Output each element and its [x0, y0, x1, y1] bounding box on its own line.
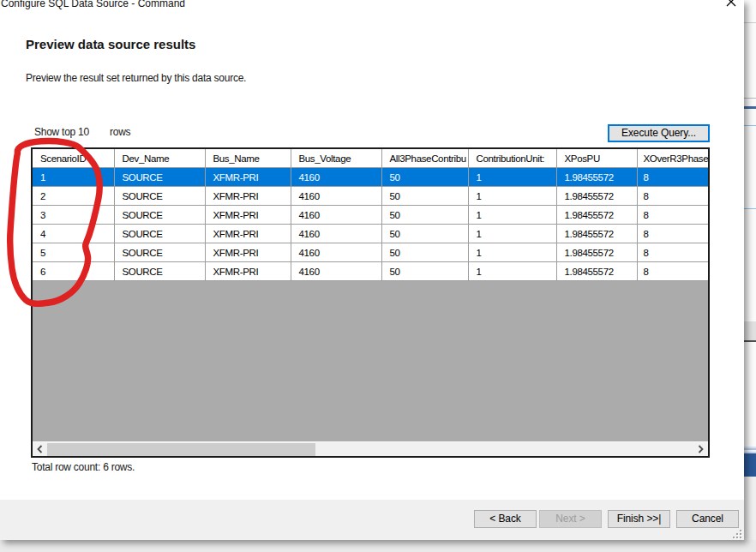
table-cell[interactable]: 4160	[291, 187, 381, 206]
column-header-busvoltage[interactable]: Bus_Voltage	[291, 149, 381, 168]
table-cell[interactable]: 1.98455572	[556, 225, 637, 243]
table-cell[interactable]: 50	[381, 168, 468, 187]
configure-sql-data-source-dialog: Configure SQL Data Source - Command Prev…	[0, 0, 744, 540]
table-cell[interactable]: 1	[468, 225, 556, 243]
table-cell[interactable]: 4160	[291, 243, 381, 262]
scroll-right-arrow-icon[interactable]	[693, 442, 708, 456]
table-cell[interactable]: SOURCE	[114, 168, 205, 187]
table-cell[interactable]: 1.98455572	[556, 243, 637, 262]
scrollbar-thumb[interactable]	[47, 443, 315, 456]
table-cell[interactable]: 50	[381, 206, 468, 225]
table-cell[interactable]: 3	[33, 206, 114, 225]
column-header-devname[interactable]: Dev_Name	[114, 149, 205, 168]
table-header-row: ScenarioIDDev_NameBus_NameBus_VoltageAll…	[33, 149, 708, 168]
table-cell[interactable]: 1.98455572	[556, 206, 637, 225]
table-row[interactable]: 4SOURCEXFMR-PRI41605011.984555728	[33, 225, 708, 243]
table-cell[interactable]: SOURCE	[114, 243, 205, 262]
table-row[interactable]: 5SOURCEXFMR-PRI41605011.984555728	[33, 243, 708, 262]
table-cell[interactable]: 1.98455572	[556, 262, 637, 281]
next-button[interactable]: Next >	[539, 510, 602, 528]
table-cell[interactable]: 1	[468, 243, 556, 262]
table-cell[interactable]: SOURCE	[114, 187, 205, 206]
table-cell[interactable]: 6	[33, 262, 114, 281]
screen: Configure SQL Data Source - Command Prev…	[0, 0, 756, 552]
page-description: Preview the result set returned by this …	[26, 72, 246, 84]
grip-dot	[736, 533, 738, 535]
table-cell[interactable]: 2	[33, 187, 114, 206]
table-row[interactable]: 3SOURCEXFMR-PRI41605011.984555728	[33, 206, 708, 225]
background-line	[742, 22, 756, 23]
back-button[interactable]: < Back	[474, 510, 537, 528]
table-cell[interactable]: 4160	[291, 225, 381, 243]
table-cell[interactable]: 1.98455572	[556, 168, 637, 187]
grip-dot	[740, 537, 741, 538]
table-cell[interactable]: XFMR-PRI	[205, 243, 291, 262]
table-cell[interactable]: XFMR-PRI	[205, 225, 291, 243]
background-app-right	[742, 0, 756, 552]
table-cell[interactable]: 1	[468, 187, 556, 206]
table-cell[interactable]: 4	[33, 225, 114, 243]
show-top-value[interactable]: 10	[78, 126, 89, 138]
grip-dot	[736, 537, 738, 538]
column-header-busname[interactable]: Bus_Name	[205, 149, 291, 168]
table-cell[interactable]: 5	[33, 243, 114, 262]
table-cell[interactable]: 1	[468, 206, 556, 225]
table-cell[interactable]: XFMR-PRI	[205, 206, 291, 225]
table-cell[interactable]: 1.98455572	[556, 187, 637, 206]
background-line	[742, 98, 756, 99]
column-header-contributionunit[interactable]: ContributionUnit:	[468, 149, 556, 168]
background-app-bottom	[0, 540, 756, 552]
table-row[interactable]: 2SOURCEXFMR-PRI41605011.984555728	[33, 187, 708, 206]
table-cell[interactable]: XFMR-PRI	[205, 262, 291, 281]
results-table: ScenarioIDDev_NameBus_NameBus_VoltageAll…	[33, 149, 708, 281]
table-row[interactable]: 6SOURCEXFMR-PRI41605011.984555728	[33, 262, 708, 281]
table-cell[interactable]: 1	[33, 168, 114, 187]
dialog-footer: < BackNext >Finish >>|Cancel	[0, 500, 744, 540]
table-cell[interactable]: 8	[637, 243, 708, 262]
table-cell[interactable]: 50	[381, 187, 468, 206]
table-cell[interactable]: 50	[381, 262, 468, 281]
background-line	[742, 340, 756, 342]
background-line	[742, 208, 756, 209]
table-cell[interactable]: XFMR-PRI	[205, 187, 291, 206]
table-cell[interactable]: 50	[381, 243, 468, 262]
finish-button[interactable]: Finish >>|	[608, 510, 670, 528]
table-cell[interactable]: XFMR-PRI	[205, 168, 291, 187]
total-row-count: Total row count: 6 rows.	[32, 461, 135, 473]
close-button[interactable]	[721, 0, 741, 10]
window-title: Configure SQL Data Source - Command	[1, 0, 185, 9]
column-header-xpospu[interactable]: XPosPU	[556, 149, 637, 168]
column-header-all3phasecontribu[interactable]: All3PhaseContribu	[381, 149, 468, 168]
table-cell[interactable]: SOURCE	[114, 225, 205, 243]
table-cell[interactable]: 1	[468, 262, 556, 281]
table-cell[interactable]: 8	[637, 262, 708, 281]
background-line	[742, 453, 756, 477]
table-cell[interactable]: 8	[637, 206, 708, 225]
column-header-scenarioid[interactable]: ScenarioID	[33, 149, 114, 168]
execute-query-button[interactable]: Execute Query...	[608, 124, 710, 142]
table-cell[interactable]: 1	[468, 168, 556, 187]
background-line	[742, 125, 756, 126]
grip-dot	[733, 537, 735, 538]
resize-grip-icon[interactable]	[733, 530, 743, 540]
background-line	[742, 106, 756, 109]
table-cell[interactable]: 50	[381, 225, 468, 243]
close-x-icon	[721, 0, 741, 10]
table-cell[interactable]: 8	[637, 168, 708, 187]
cancel-button[interactable]: Cancel	[676, 510, 739, 528]
background-line	[742, 477, 756, 540]
column-header-xoverr3phase[interactable]: XOverR3Phase	[637, 149, 708, 168]
table-cell[interactable]: SOURCE	[114, 262, 205, 281]
scroll-left-arrow-icon[interactable]	[33, 442, 47, 456]
chevron-right-glyph	[698, 445, 704, 453]
table-cell[interactable]: 4160	[291, 262, 381, 281]
table-cell[interactable]: 8	[637, 187, 708, 206]
chevron-left-glyph	[37, 445, 43, 453]
table-cell[interactable]: SOURCE	[114, 206, 205, 225]
horizontal-scrollbar[interactable]	[33, 441, 708, 456]
table-cell[interactable]: 4160	[291, 206, 381, 225]
table-cell[interactable]: 4160	[291, 168, 381, 187]
table-row[interactable]: 1SOURCEXFMR-PRI41605011.984555728	[33, 168, 708, 187]
page-title: Preview data source results	[26, 37, 195, 51]
table-cell[interactable]: 8	[637, 225, 708, 243]
